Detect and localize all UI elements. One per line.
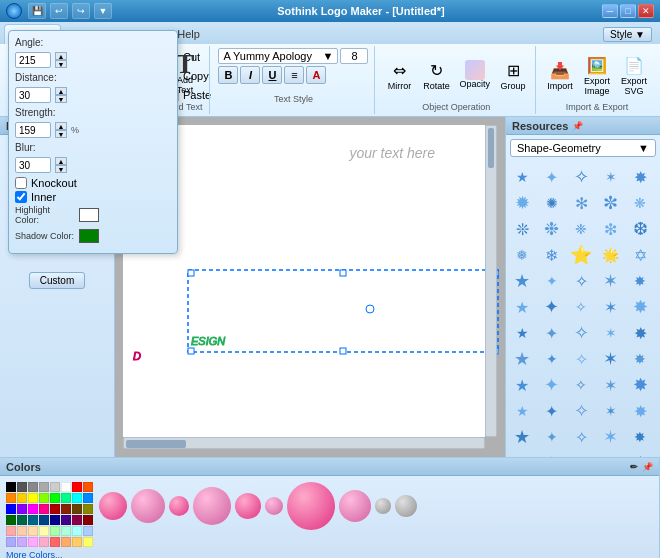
shape-item[interactable]: ✺	[540, 191, 564, 215]
palette-cell[interactable]	[72, 515, 82, 525]
shape-item[interactable]: ✶	[599, 451, 623, 457]
shape-item[interactable]: 🌟	[599, 243, 623, 267]
palette-cell[interactable]	[6, 537, 16, 547]
palette-cell[interactable]	[17, 526, 27, 536]
strength-down-btn[interactable]: ▼	[55, 130, 67, 138]
font-dropdown[interactable]: A Yummy Apology ▼	[218, 48, 338, 64]
palette-cell[interactable]	[50, 504, 60, 514]
maximize-button[interactable]: □	[620, 4, 636, 18]
palette-cell[interactable]	[28, 504, 38, 514]
strength-input[interactable]	[15, 122, 51, 138]
palette-cell[interactable]	[17, 493, 27, 503]
shape-item[interactable]: ★	[510, 373, 534, 397]
palette-cell[interactable]	[83, 526, 93, 536]
save-quick-btn[interactable]: 💾	[28, 3, 46, 19]
shape-item[interactable]: ✦	[540, 295, 564, 319]
knockout-checkbox[interactable]	[15, 177, 27, 189]
shape-item[interactable]: ★	[510, 165, 534, 189]
colors-pin-icon[interactable]: 📌	[642, 462, 653, 472]
palette-cell[interactable]	[61, 493, 71, 503]
shape-item[interactable]: ✸	[628, 165, 652, 189]
distance-input[interactable]	[15, 87, 51, 103]
palette-cell[interactable]	[39, 515, 49, 525]
distance-down-btn[interactable]: ▼	[55, 95, 67, 103]
shape-item[interactable]: ✸	[628, 399, 652, 423]
canvas-vertical-scrollbar[interactable]	[485, 125, 497, 437]
shape-item[interactable]: ❄	[540, 243, 564, 267]
shape-item[interactable]: ✧	[569, 425, 593, 449]
palette-cell[interactable]	[61, 515, 71, 525]
palette-cell[interactable]	[83, 537, 93, 547]
palette-cell[interactable]	[28, 537, 38, 547]
shape-item[interactable]: ✦	[540, 373, 564, 397]
palette-cell[interactable]	[17, 537, 27, 547]
angle-down-btn[interactable]: ▼	[55, 60, 67, 68]
mirror-button[interactable]: ⇔ Mirror	[381, 56, 417, 94]
shape-item[interactable]: ✧	[569, 451, 593, 457]
shape-item[interactable]: ✼	[599, 191, 623, 215]
shape-item[interactable]: ✸	[628, 451, 652, 457]
minimize-button[interactable]: ─	[602, 4, 618, 18]
palette-cell[interactable]	[6, 504, 16, 514]
shape-item[interactable]: ✸	[628, 347, 652, 371]
shape-item[interactable]: ✦	[540, 321, 564, 345]
import-button[interactable]: 📥 Import	[542, 56, 578, 94]
palette-cell[interactable]	[6, 482, 16, 492]
palette-cell[interactable]	[50, 537, 60, 547]
palette-cell[interactable]	[28, 493, 38, 503]
palette-cell[interactable]	[28, 482, 38, 492]
palette-cell[interactable]	[61, 537, 71, 547]
angle-input[interactable]	[15, 52, 51, 68]
shape-item[interactable]: ★	[510, 347, 534, 371]
shape-item[interactable]: ✡	[628, 243, 652, 267]
pencil-icon[interactable]: ✏	[630, 462, 638, 472]
shape-item[interactable]: ✧	[569, 399, 593, 423]
shape-item[interactable]: ✧	[569, 269, 593, 293]
shape-item[interactable]: ✸	[628, 295, 652, 319]
palette-cell[interactable]	[61, 504, 71, 514]
shape-item[interactable]: ❈	[569, 217, 593, 241]
angle-up-btn[interactable]: ▲	[55, 52, 67, 60]
undo-quick-btn[interactable]: ↩	[50, 3, 68, 19]
palette-cell[interactable]	[61, 526, 71, 536]
shape-item[interactable]: ✧	[569, 321, 593, 345]
blur-down-btn[interactable]: ▼	[55, 165, 67, 173]
shape-item[interactable]: ✦	[540, 165, 564, 189]
shape-item[interactable]: ✶	[599, 399, 623, 423]
shape-item[interactable]: ✶	[599, 295, 623, 319]
palette-cell[interactable]	[72, 482, 82, 492]
qa-dropdown-btn[interactable]: ▼	[94, 3, 112, 19]
palette-cell[interactable]	[39, 482, 49, 492]
palette-cell[interactable]	[72, 504, 82, 514]
palette-cell[interactable]	[50, 482, 60, 492]
underline-button[interactable]: U	[262, 66, 282, 84]
shape-item[interactable]: ✶	[599, 165, 623, 189]
shape-item[interactable]: ⭐	[569, 243, 593, 267]
shape-item[interactable]: ✦	[540, 399, 564, 423]
more-colors-button[interactable]: More Colors...	[6, 550, 93, 558]
shape-item[interactable]: ★	[510, 451, 534, 457]
redo-quick-btn[interactable]: ↪	[72, 3, 90, 19]
shape-item[interactable]: ★	[510, 269, 534, 293]
close-button[interactable]: ✕	[638, 4, 654, 18]
export-image-button[interactable]: 🖼️ Export Image	[579, 51, 615, 99]
resources-pin-icon[interactable]: 📌	[572, 121, 583, 131]
palette-cell[interactable]	[50, 515, 60, 525]
style-dropdown-btn[interactable]: Style ▼	[603, 27, 652, 42]
shape-item[interactable]: ★	[510, 399, 534, 423]
shape-item[interactable]: ✧	[569, 165, 593, 189]
palette-cell[interactable]	[83, 515, 93, 525]
shape-item[interactable]: ✧	[569, 347, 593, 371]
strength-up-btn[interactable]: ▲	[55, 122, 67, 130]
resources-dropdown[interactable]: Shape-Geometry ▼	[510, 139, 656, 157]
shadow-color-swatch[interactable]	[79, 229, 99, 243]
shape-item[interactable]: ✻	[569, 191, 593, 215]
align-button[interactable]: ≡	[284, 66, 304, 84]
palette-cell[interactable]	[17, 515, 27, 525]
shape-item[interactable]: ✸	[628, 425, 652, 449]
palette-cell[interactable]	[17, 482, 27, 492]
export-svg-button[interactable]: 📄 Export SVG	[616, 51, 652, 99]
shape-item[interactable]: ✶	[599, 347, 623, 371]
shape-item[interactable]: ✦	[540, 425, 564, 449]
font-size-input[interactable]: 8	[340, 48, 368, 64]
